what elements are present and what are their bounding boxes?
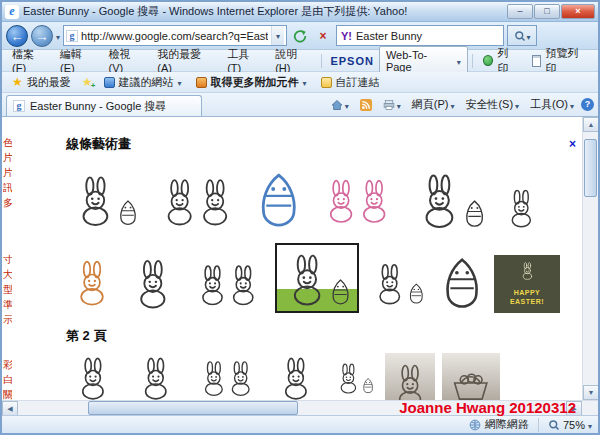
help-button[interactable]: ? (581, 98, 594, 111)
thumbnail-row-1 (66, 166, 576, 230)
favorites-item-get-addons[interactable]: 取得更多附加元件 (190, 73, 313, 92)
yahoo-icon: Y! (341, 30, 352, 42)
chevron-down-icon (515, 99, 519, 111)
search-options-dropdown-icon[interactable] (527, 30, 531, 42)
image-thumbnail[interactable] (192, 353, 262, 400)
chevron-down-icon (450, 99, 454, 111)
maximize-button[interactable]: □ (534, 4, 560, 19)
image-thumbnail[interactable] (66, 168, 144, 230)
print-toolbar-button[interactable] (379, 97, 405, 113)
address-url[interactable]: http://www.google.com/search?q=Easter+Bu (81, 30, 268, 42)
chevron-down-icon (397, 99, 401, 111)
sidebar-filter-fragment[interactable]: 彩 (3, 357, 12, 372)
sidebar-filter-fragment[interactable]: 示 (3, 312, 12, 327)
security-zone: 網際網路 (469, 417, 529, 432)
address-dropdown-icon[interactable] (271, 26, 284, 45)
tools-menu-label: 工具(O) (530, 97, 568, 112)
tools-menu[interactable]: 工具(O) (526, 95, 578, 114)
sidebar-filter-fragment[interactable]: 型 (3, 282, 12, 297)
custom-links-label: 自訂連結 (336, 75, 380, 90)
image-thumbnail[interactable] (151, 172, 243, 230)
feeds-button[interactable] (356, 97, 376, 113)
page-menu[interactable]: 網頁(P) (408, 95, 459, 114)
zoom-control[interactable]: 75% (548, 419, 592, 431)
print-label: 列印 (497, 46, 518, 76)
image-thumbnail[interactable] (250, 166, 308, 230)
sidebar-filter-fragment[interactable]: 色 (3, 135, 12, 150)
search-input[interactable]: Easter Bunny (356, 30, 499, 42)
address-bar[interactable]: http://www.google.com/search?q=Easter+Bu (63, 25, 287, 46)
tab-easter-bunny[interactable]: Easter Bunny - Google 搜尋 (6, 95, 202, 116)
page-2-label: 第 2 頁 (66, 327, 576, 345)
image-thumbnail[interactable] (385, 353, 435, 400)
sidebar-filter-fragment[interactable]: 關 (3, 387, 12, 400)
web-to-page-label: Web-To-Page (386, 49, 451, 73)
image-thumbnail[interactable] (437, 249, 487, 313)
refresh-button[interactable] (290, 26, 310, 46)
suggested-sites-icon (104, 77, 115, 88)
image-thumbnail[interactable] (66, 249, 118, 313)
tab-bar: Easter Bunny - Google 搜尋 (2, 93, 598, 117)
image-thumbnail[interactable] (188, 255, 268, 313)
sidebar-filter-fragment[interactable]: 寸 (3, 252, 12, 267)
tab-favicon-icon (13, 100, 25, 112)
image-thumbnail[interactable] (66, 353, 120, 400)
image-thumbnail[interactable] (330, 353, 378, 400)
chevron-down-icon (570, 99, 574, 111)
menu-bar: 檔案(F) 編輯(E) 檢視(V) 我的最愛(A) 工具(T) 說明(H) EP… (2, 50, 598, 72)
sidebar-filter-fragment[interactable]: 大 (3, 267, 12, 282)
sidebar-filter-fragment[interactable]: 白 (3, 372, 12, 387)
title-bar[interactable]: Easter Bunny - Google 搜尋 - Windows Inter… (2, 2, 598, 22)
zoom-magnifier-icon (548, 419, 560, 431)
favorites-button[interactable]: 我的最愛 (6, 73, 77, 92)
add-favorite-button[interactable]: + (79, 73, 96, 91)
sidebar-filter-fragment[interactable]: 多 (3, 195, 12, 210)
image-thumbnail[interactable] (269, 353, 323, 400)
separator (538, 418, 539, 432)
sidebar-filter-fragment[interactable]: 訊 (3, 180, 12, 195)
favorites-item-custom-links[interactable]: 自訂連結 (315, 73, 386, 92)
search-results-page: 線條藝術畫 × HAPPY EASTER! 第 2 頁 (66, 117, 576, 400)
image-thumbnail[interactable] (408, 168, 492, 230)
image-thumbnail[interactable] (275, 243, 359, 313)
web-to-page-dropdown[interactable]: Web-To-Page (379, 46, 468, 76)
safety-menu-label: 安全性(S) (465, 97, 513, 112)
magnifier-icon (514, 30, 526, 42)
vertical-scroll-thumb[interactable] (584, 139, 597, 197)
sidebar-filter-fragment[interactable]: 片 (3, 150, 12, 165)
image-thumbnail[interactable] (315, 170, 401, 230)
horizontal-scroll-thumb[interactable] (88, 401, 298, 415)
scroll-left-arrow[interactable] (2, 401, 18, 416)
star-icon (12, 75, 23, 89)
image-thumbnail[interactable] (127, 353, 185, 400)
stop-button[interactable]: × (313, 26, 333, 46)
image-thumbnail[interactable]: HAPPY EASTER! (494, 255, 560, 313)
image-thumbnail[interactable] (125, 251, 181, 313)
sidebar-filter-fragment[interactable]: 準 (3, 297, 12, 312)
filter-title: 線條藝術畫 (66, 135, 131, 153)
scroll-down-arrow[interactable] (583, 385, 598, 400)
scroll-up-arrow[interactable] (583, 117, 598, 132)
filter-close-button[interactable]: × (569, 137, 576, 151)
zoom-level: 75% (563, 419, 585, 431)
minimize-button[interactable]: – (507, 4, 533, 19)
chevron-down-icon (588, 419, 592, 431)
favorites-item-suggested-sites[interactable]: 建議的網站 (98, 73, 188, 92)
window-controls: – □ × (507, 4, 595, 19)
home-button[interactable] (327, 97, 353, 113)
image-thumbnail[interactable] (366, 251, 430, 313)
safety-menu[interactable]: 安全性(S) (461, 95, 523, 114)
status-bar: 網際網路 75% (2, 415, 598, 433)
image-thumbnail[interactable] (499, 184, 543, 230)
vertical-scrollbar[interactable] (582, 117, 598, 400)
scrollbar-corner (582, 401, 598, 415)
refresh-icon (293, 29, 307, 43)
filter-header: 線條藝術畫 × (66, 117, 576, 153)
chevron-down-icon (178, 76, 182, 88)
close-button[interactable]: × (561, 4, 595, 19)
sidebar-filter-fragment[interactable]: 片 (3, 165, 12, 180)
command-bar: 網頁(P) 安全性(S) 工具(O) ? (327, 95, 594, 114)
recent-pages-dropdown-icon[interactable] (56, 30, 60, 42)
tab-title: Easter Bunny - Google 搜尋 (30, 99, 166, 114)
image-thumbnail[interactable] (442, 353, 500, 400)
